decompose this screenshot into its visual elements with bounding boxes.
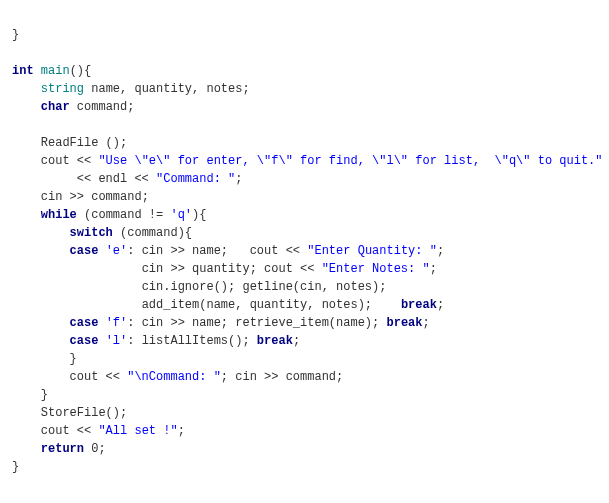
ret-val: 0;: [84, 442, 106, 456]
brace: }: [12, 28, 19, 42]
case-e-part2: cin >> quantity; cout <<: [142, 262, 322, 276]
brace: }: [41, 388, 48, 402]
paren: (){: [70, 64, 92, 78]
semi: ;: [235, 172, 242, 186]
semi: ;: [437, 298, 444, 312]
var-decl: name, quantity, notes;: [84, 82, 250, 96]
case-e-part1: : cin >> name; cout <<: [127, 244, 307, 258]
semi: ;: [178, 424, 185, 438]
var-decl: command;: [70, 100, 135, 114]
semi: ;: [423, 316, 430, 330]
kw-case: case: [70, 316, 99, 330]
str-ncommand: "\nCommand: ": [127, 370, 221, 384]
case-e-part3: cin.ignore(); getline(cin, notes);: [142, 280, 387, 294]
brace: }: [12, 460, 19, 474]
call-storefile: StoreFile();: [41, 406, 127, 420]
semi: ;: [293, 334, 300, 348]
kw-while: while: [41, 208, 77, 222]
brace: ){: [192, 208, 206, 222]
semi: ;: [430, 262, 437, 276]
semi: ;: [437, 244, 444, 258]
kw-return: return: [41, 442, 84, 456]
cout-cont: << endl <<: [12, 172, 156, 186]
kw-break: break: [386, 316, 422, 330]
case-e-part4: add_item(name, quantity, notes);: [142, 298, 401, 312]
kw-break: break: [257, 334, 293, 348]
chr-l: 'l': [106, 334, 128, 348]
str-enter-qty: "Enter Quantity: ": [307, 244, 437, 258]
brace: }: [70, 352, 77, 366]
cin-line: ; cin >> command;: [221, 370, 343, 384]
kw-string: string: [41, 82, 84, 96]
kw-break: break: [401, 298, 437, 312]
chr-q: 'q': [170, 208, 192, 222]
cout: cout <<: [70, 370, 128, 384]
kw-int: int: [12, 64, 34, 78]
case-f: : cin >> name; retrieve_item(name);: [127, 316, 386, 330]
cin-line: cin >> command;: [41, 190, 149, 204]
func-main: main: [41, 64, 70, 78]
kw-switch: switch: [70, 226, 113, 240]
str-command: "Command: ": [156, 172, 235, 186]
str-enter-notes: "Enter Notes: ": [322, 262, 430, 276]
chr-e: 'e': [106, 244, 128, 258]
kw-case: case: [70, 334, 99, 348]
switch-cond: (command){: [113, 226, 192, 240]
str-usage: "Use \"e\" for enter, \"f\" for find, \"…: [98, 154, 602, 168]
kw-char: char: [41, 100, 70, 114]
call-readfile: ReadFile ();: [41, 136, 127, 150]
cout: cout <<: [41, 154, 99, 168]
str-allset: "All set !": [98, 424, 177, 438]
code-block: } int main(){ string name, quantity, not…: [0, 0, 609, 484]
kw-case: case: [70, 244, 99, 258]
chr-f: 'f': [106, 316, 128, 330]
while-cond: (command !=: [77, 208, 171, 222]
cout: cout <<: [41, 424, 99, 438]
case-l: : listAllItems();: [127, 334, 257, 348]
